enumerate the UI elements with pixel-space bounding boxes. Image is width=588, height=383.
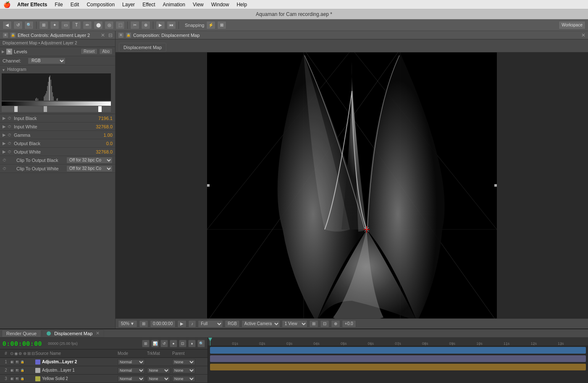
layer1-mode-select[interactable]: Normal <box>118 359 145 365</box>
grid-btn[interactable]: ⊞ <box>309 320 318 328</box>
comp-tab-button[interactable]: Displacement Map <box>119 43 166 52</box>
toolbar-prev-btn[interactable]: ⏮ <box>167 21 176 29</box>
audio-btn[interactable]: ♪ <box>188 320 196 328</box>
channels-btn[interactable]: RGB <box>225 320 240 328</box>
toolbar-grid-btn[interactable]: ⊞ <box>39 21 48 29</box>
toolbar-play-btn[interactable]: ▶ <box>156 21 165 29</box>
layer1-lock[interactable]: 🔒 <box>20 360 24 364</box>
loop-btn[interactable]: ↺ <box>160 340 168 347</box>
right-handle[interactable] <box>494 184 497 187</box>
comp-panel-menu-btn[interactable]: ≡ <box>118 32 124 38</box>
layer1-name[interactable]: Adjustm...Layer 2 <box>42 360 118 364</box>
menu-window[interactable]: Window <box>208 1 233 8</box>
panel-close-btn[interactable]: ✕ <box>101 32 105 38</box>
toolbar-clone-btn[interactable]: ◎ <box>105 21 114 29</box>
clip-output-white-select[interactable]: Off for 32 bpc Co On Off <box>66 165 113 172</box>
view-count-select[interactable]: 1 View 2 Views 4 Views <box>282 320 307 328</box>
input-white-value[interactable]: 32768.0 <box>85 124 113 129</box>
toolbar-text-btn[interactable]: T <box>72 21 81 29</box>
menu-composition[interactable]: Composition <box>83 1 118 8</box>
slider-gamma-thumb[interactable] <box>44 106 47 112</box>
reset-btn[interactable]: Reset <box>81 48 97 55</box>
menu-layer[interactable]: Layer <box>119 1 138 8</box>
graph-btn[interactable]: 📊 <box>151 340 159 347</box>
stagger-btn[interactable]: ⊞ <box>142 340 150 347</box>
timecode-display[interactable]: 0:00:00:00 <box>3 340 42 347</box>
menu-effect[interactable]: Effect <box>139 1 158 8</box>
layer-bar-3[interactable] <box>210 364 586 370</box>
about-btn[interactable]: Abo <box>99 48 113 55</box>
panel-lock-btn[interactable]: 🔒 <box>10 32 16 38</box>
slider-white-thumb[interactable] <box>98 106 102 112</box>
workspace-switcher[interactable]: Workspace <box>559 21 585 29</box>
layer-bar-1[interactable] <box>210 347 586 354</box>
layer3-lock[interactable]: 🔒 <box>20 377 24 381</box>
toolbar-paint-btn[interactable]: ⬤ <box>94 21 103 29</box>
menu-view[interactable]: View <box>189 1 207 8</box>
layer2-trkmat-select[interactable]: None <box>147 367 170 373</box>
reset-view-btn[interactable]: ⊡ <box>320 320 329 328</box>
layer1-solo[interactable]: ◉ <box>10 360 14 364</box>
layer2-vis[interactable]: 👁 <box>15 368 19 373</box>
input-black-value[interactable]: 7196.1 <box>85 116 113 121</box>
layer3-vis[interactable]: 👁 <box>15 377 19 381</box>
layer3-parent-select[interactable]: None <box>172 376 195 382</box>
zoom-display[interactable]: 50% ▼ <box>118 320 137 328</box>
toolbar-star-btn[interactable]: ✦ <box>50 21 59 29</box>
toolbar-extra[interactable]: ⊠ <box>217 21 226 29</box>
levels-slider[interactable] <box>2 106 111 112</box>
left-handle[interactable] <box>207 184 210 187</box>
gamma-value[interactable]: 1.00 <box>85 133 113 138</box>
panel-menu-btn[interactable]: ≡ <box>3 32 8 38</box>
toolbar-pen-btn[interactable]: ✏ <box>83 21 92 29</box>
toolbar-eraser-btn[interactable]: ⬚ <box>116 21 125 29</box>
panel-collapse-btn[interactable]: ⊟ <box>108 32 113 38</box>
menu-edit[interactable]: Edit <box>67 1 83 8</box>
clip-output-black-select[interactable]: Off for 32 bpc Co On Off <box>66 157 113 164</box>
displacement-map-tab[interactable]: Displacement Map ✕ <box>42 330 104 337</box>
comment-btn[interactable]: ♦ <box>188 340 196 347</box>
layer3-trkmat-select[interactable]: None <box>147 376 170 382</box>
channel-select[interactable]: RGB Red Green Blue Alpha <box>28 57 66 64</box>
toolbar-puppet-btn[interactable]: ⊕ <box>141 21 150 29</box>
layer3-mode-select[interactable]: Normal <box>118 376 145 382</box>
layer2-mode-select[interactable]: Normal <box>118 367 145 373</box>
menu-file[interactable]: File <box>51 1 66 8</box>
timecode-display[interactable]: 0:00:00:00 <box>150 320 176 328</box>
layer2-lock[interactable]: 🔒 <box>20 368 24 373</box>
layer2-parent-select[interactable]: None <box>172 367 195 373</box>
snap2-btn[interactable]: ⊡ <box>179 340 186 347</box>
layer2-solo[interactable]: ◉ <box>10 368 14 373</box>
snap-btn[interactable]: ⊞ <box>139 320 148 328</box>
3d-btn[interactable]: ⊕ <box>331 320 340 328</box>
playhead[interactable] <box>210 338 210 346</box>
output-black-value[interactable]: 0.0 <box>85 141 113 146</box>
toolbar-arrow-btn[interactable]: ◀ <box>3 21 12 29</box>
apple-menu-icon[interactable]: 🍎 <box>3 1 10 8</box>
layer1-vis[interactable]: 👁 <box>15 360 19 364</box>
slider-black-thumb[interactable] <box>14 106 18 112</box>
menu-help[interactable]: Help <box>233 1 250 8</box>
toolbar-rotate-btn[interactable]: ↺ <box>13 21 23 29</box>
comp-panel-close[interactable]: ✕ <box>581 32 585 38</box>
comp-panel-lock-btn[interactable]: 🔒 <box>126 32 131 38</box>
mode-btn[interactable]: ● <box>170 340 177 347</box>
layer1-parent-select[interactable]: None <box>172 359 195 365</box>
layer-bar-2[interactable] <box>210 355 586 362</box>
camera-select[interactable]: Active Camera Front Top <box>242 320 280 328</box>
toolbar-roto-btn[interactable]: ✂ <box>130 21 139 29</box>
layer3-name[interactable]: Yellow Solid 2 <box>42 376 118 381</box>
quality-select[interactable]: Full Half Third Quarter <box>198 320 223 328</box>
menu-after-effects[interactable]: After Effects <box>14 1 50 8</box>
render-queue-tab[interactable]: Render Queue <box>2 330 41 337</box>
search-btn[interactable]: 🔍 <box>197 340 205 347</box>
exposure-display[interactable]: +0.0 <box>342 320 356 328</box>
menu-animation[interactable]: Animation <box>160 1 189 8</box>
layer3-solo[interactable]: ◉ <box>10 377 14 381</box>
play-btn[interactable]: ▶ <box>177 320 186 328</box>
toolbar-zoom-btn[interactable]: 🔍 <box>24 21 34 29</box>
snapping-toggle[interactable]: ⚡ <box>206 21 215 29</box>
output-white-value[interactable]: 32768.0 <box>85 149 113 154</box>
toolbar-rect-btn[interactable]: ▭ <box>61 21 70 29</box>
layer2-name[interactable]: Adjustm...Layer 1 <box>42 368 118 373</box>
